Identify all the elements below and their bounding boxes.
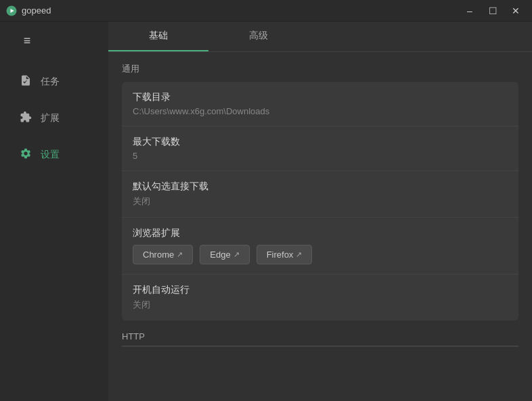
settings-icon bbox=[19, 147, 32, 162]
tab-advanced[interactable]: 高级 bbox=[208, 22, 309, 51]
row-autostart[interactable]: 开机自动运行 关闭 bbox=[122, 275, 518, 321]
sidebar-item-settings[interactable]: 设置 bbox=[5, 138, 103, 172]
content-area: 通用 下载目录 C:\Users\www.x6g.com\Downloads 最… bbox=[108, 52, 532, 401]
tabs-bar: 基础 高级 bbox=[108, 22, 532, 52]
row-download-dir[interactable]: 下载目录 C:\Users\www.x6g.com\Downloads bbox=[122, 82, 518, 126]
section-general-label: 通用 bbox=[122, 63, 518, 75]
row-direct-download-label: 默认勾选直接下载 bbox=[133, 181, 508, 193]
window-controls: – ☐ ✕ bbox=[459, 1, 527, 20]
row-direct-download-value: 关闭 bbox=[133, 195, 508, 208]
edge-label: Edge bbox=[210, 250, 230, 260]
edge-external-icon: ↗ bbox=[234, 250, 240, 259]
close-button[interactable]: ✕ bbox=[505, 1, 527, 20]
firefox-label: Firefox bbox=[267, 250, 294, 260]
extensions-icon bbox=[19, 111, 32, 126]
sidebar-item-tasks[interactable]: 任务 bbox=[5, 65, 103, 99]
chrome-label: Chrome bbox=[143, 250, 174, 260]
tasks-icon bbox=[19, 74, 32, 89]
row-autostart-label: 开机自动运行 bbox=[133, 284, 508, 296]
title-bar: gopeed – ☐ ✕ bbox=[0, 0, 532, 22]
section-http-label: HTTP bbox=[122, 331, 518, 341]
row-browser-extensions: 浏览器扩展 Chrome ↗ Edge ↗ Firefox ↗ bbox=[122, 218, 518, 275]
sidebar-item-extensions[interactable]: 扩展 bbox=[5, 101, 103, 135]
row-max-downloads[interactable]: 最大下载数 5 bbox=[122, 126, 518, 171]
settings-card: 下载目录 C:\Users\www.x6g.com\Downloads 最大下载… bbox=[122, 82, 518, 321]
minimize-button[interactable]: – bbox=[459, 1, 481, 20]
row-download-dir-value: C:\Users\www.x6g.com\Downloads bbox=[133, 106, 508, 116]
chrome-extension-button[interactable]: Chrome ↗ bbox=[133, 245, 193, 264]
main-content: 基础 高级 通用 下载目录 C:\Users\www.x6g.com\Downl… bbox=[108, 22, 532, 401]
tab-basic[interactable]: 基础 bbox=[108, 22, 208, 51]
edge-extension-button[interactable]: Edge ↗ bbox=[200, 245, 249, 264]
maximize-button[interactable]: ☐ bbox=[482, 1, 504, 20]
row-browser-extensions-label: 浏览器扩展 bbox=[133, 227, 508, 239]
firefox-external-icon: ↗ bbox=[296, 250, 302, 259]
http-divider bbox=[122, 346, 518, 347]
sidebar-item-extensions-label: 扩展 bbox=[41, 112, 60, 124]
sidebar: ≡ 任务 扩展 设置 bbox=[0, 22, 108, 401]
app-body: ≡ 任务 扩展 设置 bbox=[0, 22, 532, 401]
row-autostart-value: 关闭 bbox=[133, 299, 508, 311]
menu-toggle-button[interactable]: ≡ bbox=[14, 28, 41, 53]
app-logo-icon bbox=[5, 5, 18, 17]
title-bar-left: gopeed bbox=[5, 5, 51, 17]
row-max-downloads-label: 最大下载数 bbox=[133, 136, 508, 148]
chrome-external-icon: ↗ bbox=[177, 250, 183, 259]
row-download-dir-label: 下载目录 bbox=[133, 91, 508, 103]
browser-buttons-group: Chrome ↗ Edge ↗ Firefox ↗ bbox=[133, 245, 508, 264]
row-direct-download[interactable]: 默认勾选直接下载 关闭 bbox=[122, 171, 518, 218]
app-title: gopeed bbox=[22, 5, 51, 16]
row-max-downloads-value: 5 bbox=[133, 151, 508, 161]
firefox-extension-button[interactable]: Firefox ↗ bbox=[257, 245, 313, 264]
sidebar-item-tasks-label: 任务 bbox=[41, 76, 60, 88]
sidebar-item-settings-label: 设置 bbox=[41, 149, 60, 161]
